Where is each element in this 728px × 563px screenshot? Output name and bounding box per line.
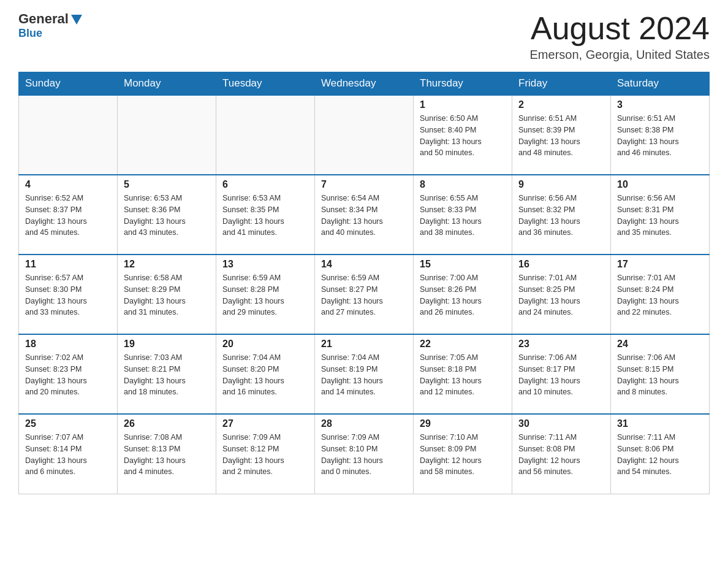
- day-info: Sunrise: 6:56 AMSunset: 8:32 PMDaylight:…: [518, 193, 604, 239]
- calendar-cell: 20Sunrise: 7:04 AMSunset: 8:20 PMDayligh…: [216, 334, 315, 414]
- day-info: Sunrise: 6:56 AMSunset: 8:31 PMDaylight:…: [617, 193, 703, 239]
- header: General Blue August 2024 Emerson, Georgi…: [18, 12, 710, 62]
- day-info: Sunrise: 7:11 AMSunset: 8:08 PMDaylight:…: [518, 432, 604, 478]
- day-info: Sunrise: 6:58 AMSunset: 8:29 PMDaylight:…: [124, 272, 210, 318]
- day-number: 24: [617, 339, 703, 350]
- day-info: Sunrise: 7:11 AMSunset: 8:06 PMDaylight:…: [617, 432, 703, 478]
- day-info: Sunrise: 6:59 AMSunset: 8:27 PMDaylight:…: [321, 272, 407, 318]
- day-number: 6: [222, 179, 308, 190]
- day-number: 28: [321, 418, 407, 429]
- calendar-cell: 1Sunrise: 6:50 AMSunset: 8:40 PMDaylight…: [414, 95, 512, 175]
- calendar-cell: 29Sunrise: 7:10 AMSunset: 8:09 PMDayligh…: [414, 414, 512, 494]
- calendar-cell: 12Sunrise: 6:58 AMSunset: 8:29 PMDayligh…: [118, 255, 216, 334]
- calendar-cell: 19Sunrise: 7:03 AMSunset: 8:21 PMDayligh…: [118, 334, 216, 414]
- day-info: Sunrise: 6:57 AMSunset: 8:30 PMDaylight:…: [25, 272, 111, 318]
- calendar-cell: 10Sunrise: 6:56 AMSunset: 8:31 PMDayligh…: [611, 175, 710, 255]
- calendar-cell: [216, 95, 315, 175]
- calendar-week-row: 1Sunrise: 6:50 AMSunset: 8:40 PMDaylight…: [19, 95, 710, 175]
- day-info: Sunrise: 7:01 AMSunset: 8:24 PMDaylight:…: [617, 272, 703, 318]
- calendar-cell: 22Sunrise: 7:05 AMSunset: 8:18 PMDayligh…: [414, 334, 512, 414]
- day-number: 27: [222, 418, 308, 429]
- day-number: 8: [420, 179, 506, 190]
- day-number: 9: [518, 179, 604, 190]
- calendar-cell: 7Sunrise: 6:54 AMSunset: 8:34 PMDaylight…: [315, 175, 414, 255]
- calendar-week-row: 11Sunrise: 6:57 AMSunset: 8:30 PMDayligh…: [19, 255, 710, 334]
- calendar-cell: 5Sunrise: 6:53 AMSunset: 8:36 PMDaylight…: [118, 175, 216, 255]
- logo-triangle-icon: [70, 12, 83, 26]
- day-info: Sunrise: 7:02 AMSunset: 8:23 PMDaylight:…: [25, 352, 111, 398]
- calendar-cell: 8Sunrise: 6:55 AMSunset: 8:33 PMDaylight…: [414, 175, 512, 255]
- day-info: Sunrise: 7:01 AMSunset: 8:25 PMDaylight:…: [518, 272, 604, 318]
- calendar-cell: 26Sunrise: 7:08 AMSunset: 8:13 PMDayligh…: [118, 414, 216, 494]
- calendar-cell: 23Sunrise: 7:06 AMSunset: 8:17 PMDayligh…: [512, 334, 611, 414]
- calendar-cell: 18Sunrise: 7:02 AMSunset: 8:23 PMDayligh…: [19, 334, 118, 414]
- day-info: Sunrise: 7:03 AMSunset: 8:21 PMDaylight:…: [124, 352, 210, 398]
- calendar-header-row: SundayMondayTuesdayWednesdayThursdayFrid…: [19, 72, 710, 96]
- location: Emerson, Georgia, United States: [530, 48, 710, 62]
- day-info: Sunrise: 7:07 AMSunset: 8:14 PMDaylight:…: [25, 432, 111, 478]
- day-info: Sunrise: 6:54 AMSunset: 8:34 PMDaylight:…: [321, 193, 407, 239]
- day-info: Sunrise: 7:09 AMSunset: 8:12 PMDaylight:…: [222, 432, 308, 478]
- day-number: 21: [321, 339, 407, 350]
- day-info: Sunrise: 6:53 AMSunset: 8:35 PMDaylight:…: [222, 193, 308, 239]
- calendar-header-sunday: Sunday: [19, 72, 118, 96]
- calendar-cell: 16Sunrise: 7:01 AMSunset: 8:25 PMDayligh…: [512, 255, 611, 334]
- day-info: Sunrise: 6:50 AMSunset: 8:40 PMDaylight:…: [420, 113, 506, 159]
- day-number: 29: [420, 418, 506, 429]
- calendar-cell: 11Sunrise: 6:57 AMSunset: 8:30 PMDayligh…: [19, 255, 118, 334]
- day-number: 25: [25, 418, 111, 429]
- calendar-cell: 31Sunrise: 7:11 AMSunset: 8:06 PMDayligh…: [611, 414, 710, 494]
- day-number: 26: [124, 418, 210, 429]
- day-number: 30: [518, 418, 604, 429]
- day-info: Sunrise: 6:55 AMSunset: 8:33 PMDaylight:…: [420, 193, 506, 239]
- logo-general: General: [18, 12, 69, 26]
- day-number: 5: [124, 179, 210, 190]
- day-number: 15: [420, 259, 506, 270]
- calendar-cell: 14Sunrise: 6:59 AMSunset: 8:27 PMDayligh…: [315, 255, 414, 334]
- day-info: Sunrise: 7:06 AMSunset: 8:17 PMDaylight:…: [518, 352, 604, 398]
- day-number: 14: [321, 259, 407, 270]
- logo: General Blue: [18, 12, 83, 40]
- calendar-cell: 15Sunrise: 7:00 AMSunset: 8:26 PMDayligh…: [414, 255, 512, 334]
- logo-blue: Blue: [18, 27, 42, 40]
- day-info: Sunrise: 7:05 AMSunset: 8:18 PMDaylight:…: [420, 352, 506, 398]
- day-number: 20: [222, 339, 308, 350]
- day-number: 3: [617, 99, 703, 110]
- calendar-cell: 30Sunrise: 7:11 AMSunset: 8:08 PMDayligh…: [512, 414, 611, 494]
- calendar-cell: 21Sunrise: 7:04 AMSunset: 8:19 PMDayligh…: [315, 334, 414, 414]
- day-info: Sunrise: 7:08 AMSunset: 8:13 PMDaylight:…: [124, 432, 210, 478]
- month-title: August 2024: [530, 12, 710, 44]
- day-info: Sunrise: 7:06 AMSunset: 8:15 PMDaylight:…: [617, 352, 703, 398]
- day-number: 2: [518, 99, 604, 110]
- calendar-cell: 13Sunrise: 6:59 AMSunset: 8:28 PMDayligh…: [216, 255, 315, 334]
- day-number: 22: [420, 339, 506, 350]
- day-info: Sunrise: 6:52 AMSunset: 8:37 PMDaylight:…: [25, 193, 111, 239]
- day-number: 31: [617, 418, 703, 429]
- day-info: Sunrise: 7:00 AMSunset: 8:26 PMDaylight:…: [420, 272, 506, 318]
- day-info: Sunrise: 6:51 AMSunset: 8:38 PMDaylight:…: [617, 113, 703, 159]
- calendar-cell: 17Sunrise: 7:01 AMSunset: 8:24 PMDayligh…: [611, 255, 710, 334]
- day-number: 1: [420, 99, 506, 110]
- day-number: 16: [518, 259, 604, 270]
- day-number: 23: [518, 339, 604, 350]
- calendar-cell: 4Sunrise: 6:52 AMSunset: 8:37 PMDaylight…: [19, 175, 118, 255]
- calendar-cell: 3Sunrise: 6:51 AMSunset: 8:38 PMDaylight…: [611, 95, 710, 175]
- day-number: 17: [617, 259, 703, 270]
- day-info: Sunrise: 7:04 AMSunset: 8:20 PMDaylight:…: [222, 352, 308, 398]
- calendar-cell: 27Sunrise: 7:09 AMSunset: 8:12 PMDayligh…: [216, 414, 315, 494]
- day-number: 7: [321, 179, 407, 190]
- calendar-header-friday: Friday: [512, 72, 611, 96]
- calendar-header-wednesday: Wednesday: [315, 72, 414, 96]
- calendar-cell: 2Sunrise: 6:51 AMSunset: 8:39 PMDaylight…: [512, 95, 611, 175]
- calendar-header-monday: Monday: [118, 72, 216, 96]
- calendar-cell: 6Sunrise: 6:53 AMSunset: 8:35 PMDaylight…: [216, 175, 315, 255]
- calendar-cell: [118, 95, 216, 175]
- calendar-week-row: 25Sunrise: 7:07 AMSunset: 8:14 PMDayligh…: [19, 414, 710, 494]
- svg-marker-0: [71, 15, 82, 25]
- calendar-cell: [315, 95, 414, 175]
- calendar: SundayMondayTuesdayWednesdayThursdayFrid…: [18, 72, 710, 494]
- day-number: 11: [25, 259, 111, 270]
- day-info: Sunrise: 6:59 AMSunset: 8:28 PMDaylight:…: [222, 272, 308, 318]
- calendar-cell: 24Sunrise: 7:06 AMSunset: 8:15 PMDayligh…: [611, 334, 710, 414]
- day-number: 13: [222, 259, 308, 270]
